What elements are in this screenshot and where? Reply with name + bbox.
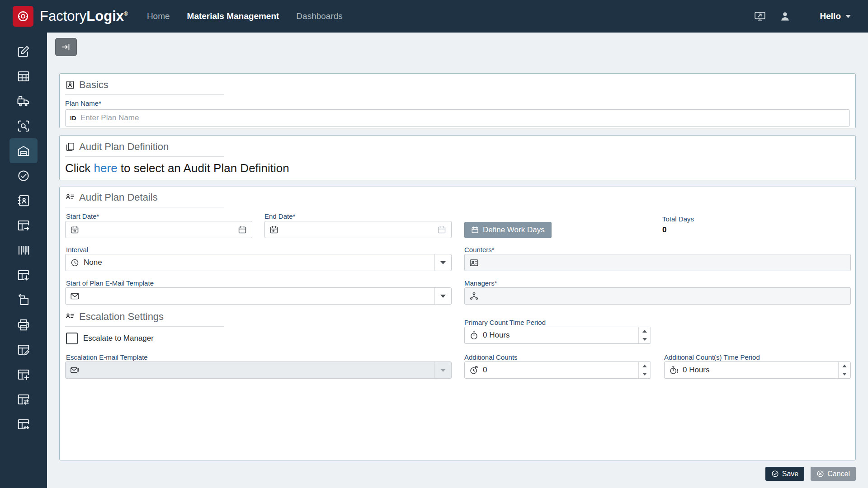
definition-header: Audit Plan Definition [65, 141, 224, 157]
sidebar-item-print-labels[interactable] [9, 312, 38, 337]
details-header: Audit Plan Details [65, 192, 224, 207]
user-profile-icon[interactable] [778, 9, 792, 23]
table-move-icon [17, 418, 30, 431]
click-text-after: to select an Audit Plan Definition [121, 161, 289, 175]
sidebar-item-shipping[interactable] [9, 89, 38, 113]
sidebar-item-edit-plan[interactable] [9, 39, 38, 64]
chevron-up-icon [642, 365, 647, 367]
collapse-panel-button[interactable] [55, 38, 77, 56]
id-card-icon [65, 80, 75, 90]
total-days-value: 0 [662, 225, 666, 235]
main-nav: Home Materials Management Dashboards [147, 11, 343, 21]
escalation-email-dropdown-toggle [434, 362, 451, 378]
cancel-button[interactable]: Cancel [811, 467, 856, 481]
address-book-icon [17, 194, 30, 207]
primary-count-stepper [638, 327, 651, 343]
truck-icon [17, 94, 30, 108]
select-definition-link[interactable]: here [94, 161, 118, 175]
end-date-field[interactable] [264, 221, 452, 238]
interval-dropdown-toggle[interactable] [434, 254, 451, 271]
sidebar-item-table-add[interactable] [9, 362, 38, 387]
managers-label: Managers* [464, 279, 497, 287]
warehouse-icon [17, 144, 30, 158]
sidebar-item-audits[interactable] [9, 163, 38, 188]
stopwatch-alert-icon [669, 366, 679, 375]
managers-field[interactable] [464, 287, 851, 305]
table-transfer-icon [17, 393, 30, 406]
stepper-down-button[interactable] [639, 335, 651, 343]
basics-header: Basics [65, 79, 224, 95]
start-date-label: Start Date* [66, 212, 99, 220]
audit-plan-definition-panel: Audit Plan Definition Click here to sele… [59, 135, 856, 180]
factorylogix-logo-icon [13, 6, 33, 27]
chevron-down-icon [440, 261, 446, 264]
interval-value: None [84, 258, 102, 267]
start-email-template-label: Start of Plan E-Mail Template [66, 279, 154, 287]
sidebar-item-contacts[interactable] [9, 188, 38, 213]
additional-counts-label: Additional Counts [464, 353, 518, 361]
sidebar-item-issue[interactable] [9, 263, 38, 287]
sidebar-item-barcode[interactable] [9, 238, 38, 263]
chevron-up-icon [642, 330, 647, 333]
counters-field[interactable] [464, 254, 851, 271]
sidebar-item-returns[interactable] [9, 287, 38, 312]
envelope-icon [70, 291, 80, 301]
click-text-before: Click [65, 161, 90, 175]
stepper-up-button[interactable] [839, 362, 850, 370]
sidebar-item-tables[interactable] [9, 64, 38, 89]
check-circle-icon [771, 470, 779, 478]
define-work-days-button[interactable]: Define Work Days [464, 222, 552, 238]
chevron-down-icon [642, 373, 647, 375]
define-work-days-label: Define Work Days [483, 225, 545, 235]
open-calendar-icon[interactable] [238, 225, 247, 235]
chevron-down-icon [842, 373, 847, 375]
barcode-icon [17, 244, 30, 257]
primary-count-input[interactable] [483, 331, 634, 340]
main-content: Basics Plan Name* ID Audit Plan Definiti… [47, 33, 868, 488]
email-template-dropdown-toggle[interactable] [434, 288, 451, 304]
table-add-icon [17, 368, 30, 381]
escalate-to-manager-checkbox[interactable] [66, 333, 78, 344]
sidebar-item-warehouse[interactable] [9, 138, 38, 163]
top-navbar: FactoryLogix® Home Materials Management … [0, 0, 868, 33]
interval-select[interactable]: None [65, 254, 452, 271]
remote-monitor-icon[interactable] [753, 9, 767, 23]
sidebar-item-transfer[interactable] [9, 387, 38, 412]
user-menu[interactable]: Hello [820, 11, 851, 21]
brand-title[interactable]: FactoryLogix® [40, 8, 128, 24]
additional-time-stepper [838, 362, 850, 378]
interval-label: Interval [66, 246, 88, 253]
additional-counts-stepper [638, 362, 651, 378]
chevron-down-icon [440, 295, 446, 298]
stepper-up-button[interactable] [639, 362, 651, 370]
clock-icon [70, 258, 80, 267]
nav-home[interactable]: Home [147, 11, 170, 21]
chevron-down-icon [440, 369, 446, 372]
sidebar-item-move[interactable] [9, 412, 38, 436]
start-email-template-select[interactable] [65, 287, 452, 305]
sidebar-item-scan[interactable] [9, 113, 38, 138]
start-date-field[interactable] [65, 221, 252, 238]
sidebar-item-table-edit[interactable] [9, 337, 38, 362]
save-button[interactable]: Save [765, 467, 804, 481]
nav-materials-management[interactable]: Materials Management [187, 11, 279, 21]
chevron-up-icon [842, 365, 847, 367]
person-list-icon [65, 192, 75, 202]
table-icon [17, 70, 30, 83]
calendar-end-icon [269, 225, 279, 235]
box-return-icon [17, 293, 30, 307]
scan-search-icon [17, 119, 30, 133]
table-arrow-down-icon [17, 268, 30, 282]
plan-name-field: ID [65, 109, 850, 127]
plan-name-input[interactable] [80, 113, 849, 122]
additional-counts-input[interactable] [483, 366, 634, 375]
escalation-email-label: Escalation E-mail Template [66, 353, 148, 361]
nav-dashboards[interactable]: Dashboards [296, 11, 342, 21]
stepper-down-button[interactable] [639, 370, 651, 378]
save-label: Save [782, 470, 798, 478]
stepper-up-button[interactable] [639, 327, 651, 335]
additional-time-input[interactable] [683, 366, 834, 375]
sidebar-item-receive[interactable] [9, 213, 38, 238]
escalation-settings-header: Escalation Settings [65, 311, 224, 327]
stepper-down-button[interactable] [839, 370, 850, 378]
